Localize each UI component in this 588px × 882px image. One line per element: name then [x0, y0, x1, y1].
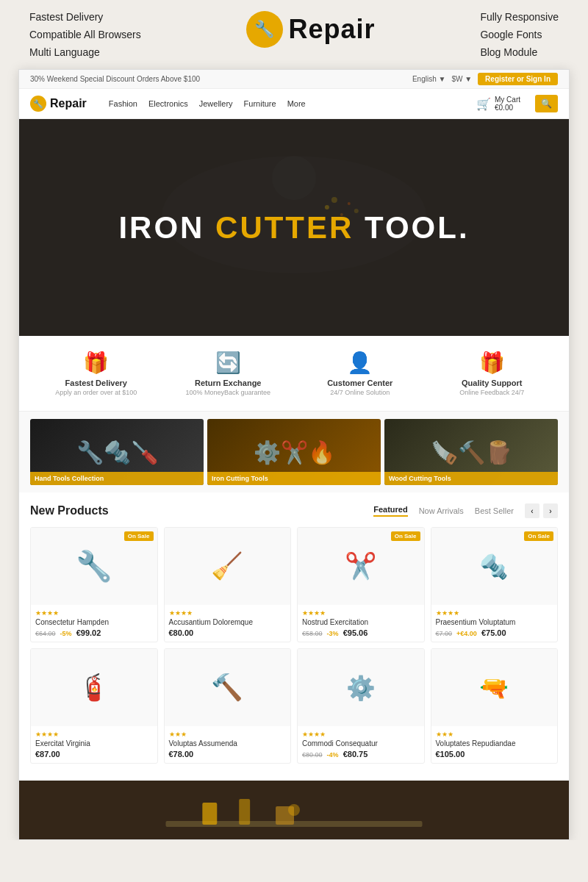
quality-title: Quality Support	[426, 379, 559, 387]
product-price-6: €78.00	[169, 750, 287, 759]
products-grid-row2: 🧯 ★★★★ Exercitat Virginia €87.00 🔨 ★★★ V…	[30, 648, 558, 764]
bottom-banner-svg	[19, 781, 569, 839]
discount-3: -3%	[327, 630, 339, 637]
next-arrow[interactable]: ›	[543, 503, 558, 518]
svg-point-5	[331, 197, 337, 203]
svg-rect-11	[202, 803, 217, 825]
tab-best-seller[interactable]: Best Seller	[475, 506, 514, 515]
feature-item-3: Multi Language	[29, 46, 141, 58]
hero-banner: IRON CUTTER TOOL.	[19, 119, 569, 336]
product-8[interactable]: 🔫 ★★★ Voluptates Repudiandae €105.00	[431, 648, 559, 764]
feature-google-fonts: Google Fonts	[480, 29, 559, 40]
svg-rect-12	[239, 799, 250, 825]
logo-text: Repair	[289, 14, 376, 45]
product-info-3: ★★★★ Nostrud Exercitation €58.00 -3% €95…	[298, 605, 424, 642]
category-hand-tools[interactable]: 🔧🔩🪛 Hand Tools Collection	[30, 419, 204, 485]
delivery-icon: 🎁	[30, 351, 162, 375]
svg-point-14	[288, 804, 300, 816]
price-8: €105.00	[436, 750, 465, 759]
currency-selector[interactable]: $W ▼	[451, 75, 472, 83]
old-price-3: €58.00	[302, 630, 323, 637]
nav-bar: 🔧 Repair Fashion Electronics Jewellery F…	[19, 89, 569, 119]
sale-badge-4: On Sale	[524, 531, 553, 541]
nav-electronics[interactable]: Electronics	[148, 99, 188, 108]
product-name-8: Voluptates Repudiandae	[436, 739, 553, 747]
product-info-8: ★★★ Voluptates Repudiandae €105.00	[431, 726, 558, 763]
product-2[interactable]: 🧹 ★★★★ Accusantium Doloremque €80.00	[164, 527, 292, 642]
cat-label-3: Wood Cutting Tools	[384, 472, 558, 485]
sale-badge-3: On Sale	[391, 531, 420, 541]
delivery-title: Fastest Delivery	[30, 379, 162, 387]
product-stars-8: ★★★	[436, 731, 553, 738]
product-name-5: Exercitat Virginia	[35, 739, 153, 747]
product-name-7: Commodi Consequatur	[302, 739, 420, 747]
product-3[interactable]: On Sale ✂️ ★★★★ Nostrud Exercitation €58…	[297, 527, 425, 642]
tab-now-arrivals[interactable]: Now Arrivals	[419, 506, 464, 515]
product-name-4: Praesentium Voluptatum	[436, 618, 553, 626]
product-stars-2: ★★★★	[169, 609, 287, 617]
nav-jewellery[interactable]: Jewellery	[199, 99, 233, 108]
feature-fully-responsive: Fully Responsive	[480, 11, 559, 23]
announce-bar: 30% Weekend Special Discount Orders Abov…	[19, 70, 569, 89]
product-stars-3: ★★★★	[302, 609, 420, 617]
product-img-2: 🧹	[165, 528, 291, 605]
product-price-4: €7.00 +€4.00 €75.00	[436, 628, 553, 637]
return-icon: 🔄	[162, 351, 295, 375]
logo-icon: 🔧	[246, 11, 283, 48]
product-stars-1: ★★★★	[35, 609, 153, 617]
price-5: €87.00	[35, 750, 60, 759]
product-img-6: 🔨	[165, 649, 291, 726]
hero-text-1: IRON	[118, 210, 215, 245]
register-button[interactable]: Register or Sign In	[478, 73, 558, 85]
product-price-1: €64.00 -5% €99.02	[35, 628, 153, 637]
cart-icon: 🛒	[476, 97, 491, 111]
nav-arrows: ‹ ›	[525, 503, 558, 518]
hero-text-2: TOOL.	[354, 210, 469, 245]
product-price-5: €87.00	[35, 750, 153, 759]
section-tabs: Featured Now Arrivals Best Seller ‹ ›	[373, 503, 558, 518]
product-price-7: €80.00 -4% €80.75	[302, 750, 420, 759]
delivery-sub: Apply an order over at $100	[30, 389, 162, 396]
search-button[interactable]: 🔍	[535, 95, 558, 112]
tab-featured[interactable]: Featured	[373, 505, 407, 517]
categories-row: 🔧🔩🪛 Hand Tools Collection ⚙️✂️🔥 Iron Cut…	[19, 412, 569, 492]
product-4[interactable]: On Sale 🔩 ★★★★ Praesentium Voluptatum €7…	[431, 527, 559, 642]
product-1[interactable]: On Sale 🔧 ★★★★ Consectetur Hampden €64.0…	[30, 527, 158, 642]
feature-delivery: 🎁 Fastest Delivery Apply an order over a…	[30, 351, 162, 396]
product-info-2: ★★★★ Accusantium Doloremque €80.00	[165, 605, 291, 642]
cat-label-1: Hand Tools Collection	[30, 472, 204, 485]
product-stars-4: ★★★★	[436, 609, 553, 617]
product-info-6: ★★★ Voluptas Assumenda €78.00	[165, 726, 291, 763]
discount-1: -5%	[60, 630, 72, 637]
language-selector[interactable]: English ▼	[412, 75, 445, 83]
prev-arrow[interactable]: ‹	[525, 503, 539, 518]
product-6[interactable]: 🔨 ★★★ Voluptas Assumenda €78.00	[164, 648, 292, 764]
category-wood-cutting[interactable]: 🪚🔨🪵 Wood Cutting Tools	[384, 419, 558, 485]
nav-fashion[interactable]: Fashion	[109, 99, 137, 108]
discount-7: -4%	[327, 751, 339, 759]
product-stars-5: ★★★★	[35, 731, 153, 738]
new-products-section: New Products Featured Now Arrivals Best …	[19, 492, 569, 781]
old-price-4: €7.00	[436, 630, 453, 637]
product-stars-7: ★★★★	[302, 731, 420, 738]
nav-cart[interactable]: 🛒 My Cart €0.00	[476, 96, 520, 112]
product-7[interactable]: ⚙️ ★★★★ Commodi Consequatur €80.00 -4% €…	[297, 648, 425, 764]
quality-icon: 🎁	[426, 351, 559, 375]
section-header: New Products Featured Now Arrivals Best …	[30, 503, 558, 518]
product-5[interactable]: 🧯 ★★★★ Exercitat Virginia €87.00	[30, 648, 158, 764]
old-price-7: €80.00	[302, 751, 323, 759]
product-price-2: €80.00	[169, 628, 287, 637]
nav-more[interactable]: More	[287, 99, 306, 108]
nav-furniture[interactable]: Furniture	[244, 99, 276, 108]
product-name-2: Accusantium Doloremque	[169, 618, 287, 626]
hero-title: IRON CUTTER TOOL.	[118, 210, 469, 245]
price-6: €78.00	[169, 750, 194, 759]
customer-title: Customer Center	[294, 379, 426, 387]
category-iron-cutting[interactable]: ⚙️✂️🔥 Iron Cutting Tools	[207, 419, 381, 485]
nav-logo-icon: 🔧	[30, 96, 46, 112]
price-2: €80.00	[169, 628, 194, 637]
feature-bar: Fastest Delivery Compatible All Browsers…	[0, 0, 588, 69]
svg-point-2	[272, 156, 316, 200]
section-title: New Products	[30, 504, 109, 517]
product-img-5: 🧯	[31, 649, 157, 726]
